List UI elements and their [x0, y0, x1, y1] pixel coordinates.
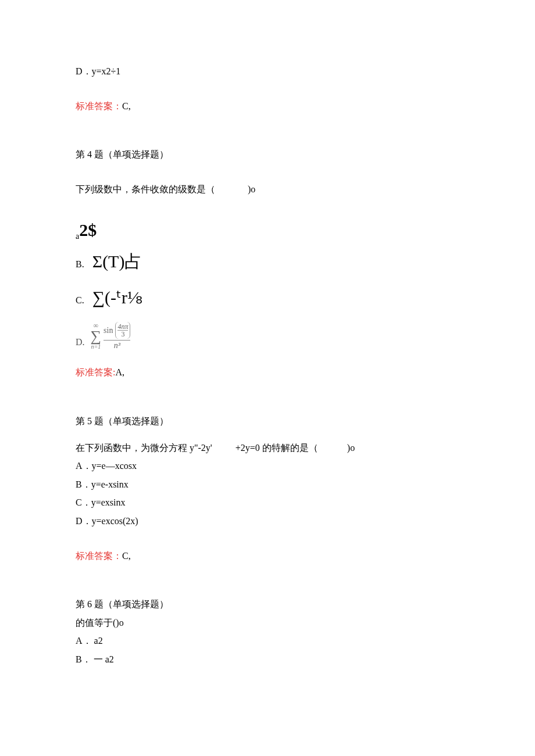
- q5-heading: 第 5 题（单项选择题）: [76, 414, 459, 429]
- q6-option-b: B． 一 a2: [76, 652, 459, 667]
- answer-value: C,: [122, 101, 131, 111]
- q4-d-prefix: D.: [76, 337, 85, 350]
- inner-den: 3: [121, 331, 124, 338]
- sigma-icon: ∞ ∑ n=1: [91, 322, 102, 350]
- document-page: D．y=x2÷1 标准答案：C, 第 4 题（单项选择题） 下列级数中，条件收敛…: [0, 0, 535, 694]
- q4-c-prefix: C.: [76, 295, 84, 305]
- sigma-symbol: ∑: [91, 329, 102, 344]
- q4-stem: 下列级数中，条件收敛的级数是（ )o: [76, 182, 459, 197]
- q5-answer: 标准答案：C,: [76, 549, 459, 564]
- q4-b-prefix: B.: [76, 259, 84, 269]
- q4-a-big: 2$: [79, 220, 97, 239]
- fraction-denominator: n³: [114, 341, 120, 350]
- q4-stem-part2: )o: [248, 182, 255, 197]
- q6-option-a: A． a2: [76, 633, 459, 648]
- q5-stem: 在下列函数中，为微分方程 y"-2y' +2y=0 的特解的是（ )o: [76, 440, 459, 456]
- q4-c-math: ∑(-ᵗr¹⁄₈: [92, 288, 142, 307]
- q5-option-c: C．y=exsinx: [76, 495, 459, 510]
- q4-option-a: a2$: [76, 216, 459, 244]
- q3-option-d: D．y=x2÷1: [76, 64, 459, 79]
- q5-stem-part3: )o: [347, 440, 355, 456]
- inner-num: 4nπ: [117, 323, 128, 330]
- q3-answer: 标准答案：C,: [76, 99, 459, 114]
- q5-stem-part2: +2y=0 的特解的是（: [236, 440, 318, 456]
- q4-option-b: B. Σ(T)占: [76, 248, 459, 275]
- answer-label: 标准答案：: [76, 551, 122, 561]
- q5-option-a: A．y=e—xcosx: [76, 458, 459, 474]
- answer-value: A,: [115, 367, 124, 377]
- q4-option-c: C. ∑(-ᵗr¹⁄₈: [76, 284, 459, 311]
- q4-stem-part1: 下列级数中，条件收敛的级数是（: [76, 182, 215, 197]
- q4-b-math: Σ(T)占: [92, 252, 142, 271]
- q6-heading: 第 6 题（单项选择题）: [76, 597, 459, 612]
- q4-heading: 第 4 题（单项选择题）: [76, 147, 459, 162]
- q6-stem: 的值等于()o: [76, 615, 459, 630]
- inner-fraction: 4nπ 3: [115, 322, 130, 339]
- q4-option-d: D. ∞ ∑ n=1 sin 4nπ 3 n³: [76, 322, 459, 350]
- answer-label: 标准答案:: [76, 367, 115, 377]
- answer-value: C,: [122, 551, 131, 561]
- answer-label: 标准答案：: [76, 101, 122, 111]
- sin-text: sin: [104, 327, 113, 335]
- sigma-bottom: n=1: [91, 344, 101, 350]
- outer-fraction: sin 4nπ 3 n³: [104, 322, 130, 350]
- q5-option-b: B．y=e-xsinx: [76, 477, 459, 492]
- fraction-numerator: sin 4nπ 3: [104, 322, 130, 340]
- q4-d-formula: ∞ ∑ n=1 sin 4nπ 3 n³: [91, 322, 131, 350]
- q5-stem-part1: 在下列函数中，为微分方程 y"-2y': [76, 440, 212, 456]
- q4-answer: 标准答案:A,: [76, 365, 459, 380]
- q5-option-d: D．y=excos(2x): [76, 514, 459, 529]
